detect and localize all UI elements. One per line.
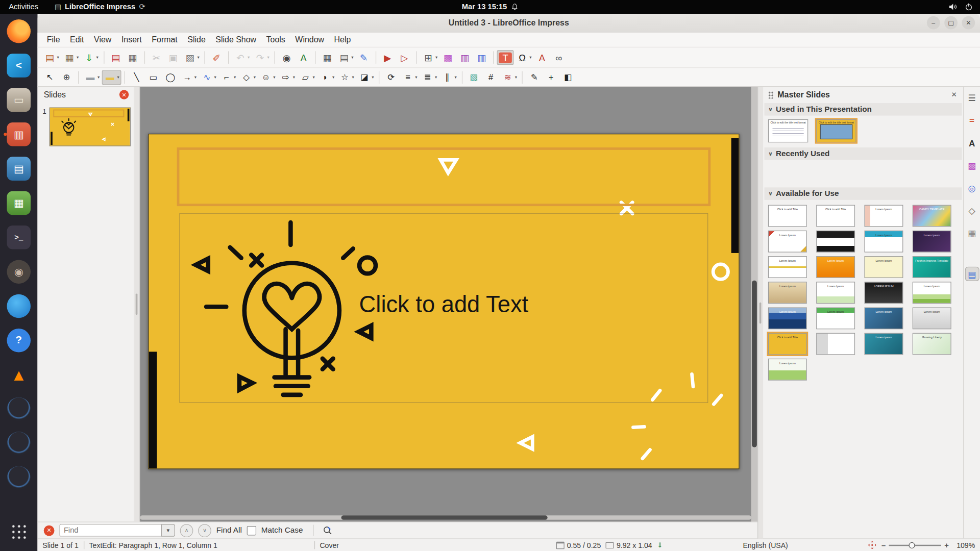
growing-liberty-master-thumbnail[interactable]: Growing Liberty: [913, 333, 951, 355]
find-and-replace-icon[interactable]: [322, 525, 332, 536]
print-button[interactable]: ▦ ▾: [124, 50, 141, 65]
menu-item[interactable]: Format: [148, 34, 182, 45]
maximize-button[interactable]: ▢: [944, 16, 958, 30]
crop-image-button[interactable]: # ▾: [482, 70, 499, 85]
green-landscape-master-thumbnail[interactable]: Lorem ipsum: [768, 359, 807, 381]
vscode-dock-item[interactable]: <: [5, 51, 33, 80]
shadow-button[interactable]: ▧ ▾: [465, 70, 482, 85]
horizontal-scrollbar-thumb[interactable]: [341, 515, 548, 520]
menu-item[interactable]: Slide: [183, 34, 210, 45]
blue-header-master-thumbnail[interactable]: Lorem Ipsum: [864, 231, 903, 253]
spelling-button[interactable]: A ▾: [295, 50, 312, 65]
light-gray-master-thumbnail[interactable]: Lorem ipsum: [913, 307, 951, 329]
distribution-button[interactable]: ∥ ▾: [439, 70, 459, 85]
slide-canvas-workspace[interactable]: Click to add Text: [140, 87, 751, 521]
zoom-slider[interactable]: [889, 544, 941, 545]
white-title-1-master-thumbnail[interactable]: Click to add Title: [768, 205, 807, 227]
midnight-master-thumbnail[interactable]: LOREM IPSUM: [864, 282, 903, 304]
arrange-button[interactable]: ≣ ▾: [419, 70, 439, 85]
find-history-dropdown-icon[interactable]: ▼: [161, 524, 175, 536]
menu-item[interactable]: Insert: [117, 34, 146, 45]
match-case-checkbox[interactable]: [247, 525, 256, 535]
dropdown-arrow-icon[interactable]: ▾: [117, 74, 119, 80]
toolbar-button[interactable]: ▾: [125, 71, 125, 83]
edit-points-button[interactable]: ✎ ▾: [526, 70, 543, 85]
menu-item[interactable]: Tools: [262, 34, 289, 45]
dropdown-arrow-icon[interactable]: ▾: [352, 74, 354, 80]
copy-button[interactable]: ▣ ▾: [165, 50, 182, 65]
clock-menu[interactable]: Mar 13 15:15: [462, 3, 518, 11]
power-icon[interactable]: [965, 3, 973, 11]
horizontal-scrollbar[interactable]: [140, 515, 751, 520]
connectors-button[interactable]: ⌐ ▾: [218, 70, 238, 85]
close-button[interactable]: ✕: [962, 16, 975, 30]
image-filter-button[interactable]: ≋ ▾: [499, 70, 519, 85]
menu-item[interactable]: Slide Show: [211, 34, 261, 45]
firefox-dock-item[interactable]: [5, 17, 33, 45]
find-input[interactable]: [59, 524, 161, 536]
dropdown-arrow-icon[interactable]: ▾: [248, 55, 250, 60]
teal-photo-master-thumbnail[interactable]: Lorem ipsum: [864, 333, 903, 355]
dropdown-arrow-icon[interactable]: ▾: [97, 74, 100, 80]
dropdown-arrow-icon[interactable]: ▾: [293, 74, 295, 80]
minimize-button[interactable]: –: [927, 16, 940, 30]
zoom-percentage[interactable]: 109%: [954, 541, 975, 549]
libreoffice-calc-dock-item[interactable]: ▦: [5, 189, 33, 217]
dropdown-arrow-icon[interactable]: ▾: [214, 74, 216, 80]
insert-text-box-button[interactable]: T ▾: [497, 50, 514, 65]
dropdown-arrow-icon[interactable]: ▾: [267, 55, 270, 60]
select-button[interactable]: ↖ ▾: [41, 70, 58, 85]
dropdown-arrow-icon[interactable]: ▾: [515, 74, 517, 80]
toolbar-button[interactable]: ▾: [522, 71, 523, 83]
dropdown-arrow-icon[interactable]: ▾: [96, 55, 99, 60]
titlebar[interactable]: Untitled 3 - LibreOffice Impress – ▢ ✕: [37, 14, 980, 33]
pale-yellow-master-thumbnail[interactable]: Lorem ipsum: [864, 256, 903, 278]
navigator-tab[interactable]: ◎: [965, 181, 979, 195]
dropdown-arrow-icon[interactable]: ▾: [273, 74, 275, 80]
orange-solid-master-thumbnail[interactable]: Lorem Ipsum: [816, 256, 855, 278]
dropdown-arrow-icon[interactable]: ▾: [194, 74, 197, 80]
dropdown-arrow-icon[interactable]: ▾: [312, 74, 314, 80]
vlc-dock-item[interactable]: ▲: [5, 361, 33, 389]
basic-shapes-button[interactable]: ◇ ▾: [238, 70, 258, 85]
green-accent-master-thumbnail[interactable]: Lorem Ipsum: [816, 282, 855, 304]
green-top-master-thumbnail[interactable]: Lorem Ipsum: [816, 307, 855, 329]
toolbar-button[interactable]: ▾: [144, 51, 144, 63]
used-yellow-idea-master[interactable]: Click to edit the title text format: [816, 119, 856, 142]
insert-image-button[interactable]: ▩ ▾: [439, 50, 456, 65]
master-slide-name-status[interactable]: Cover: [320, 541, 476, 549]
blue-bands-master-thumbnail[interactable]: Lorem ipsum: [768, 307, 807, 329]
slide-editing-area[interactable]: Click to add Text: [148, 134, 739, 469]
panel-drag-handle-icon[interactable]: [768, 91, 774, 98]
flowchart-button[interactable]: ▱ ▾: [297, 70, 317, 85]
gold-rule-master-thumbnail[interactable]: Lorem Ipsum: [768, 256, 807, 278]
insert-audio-video-button[interactable]: ▥ ▾: [456, 50, 473, 65]
dropdown-arrow-icon[interactable]: ▾: [415, 74, 417, 80]
insert-hyperlink-button[interactable]: ∞ ▾: [550, 50, 567, 65]
undo-button[interactable]: ↶ ▾: [232, 50, 252, 65]
settings-tool-3-dock-item[interactable]: [5, 464, 33, 492]
find-all-button[interactable]: Find All: [216, 526, 242, 535]
dark-purple-master-thumbnail[interactable]: Lorem ipsum: [913, 231, 951, 253]
new-document-button[interactable]: ▤ ▾: [41, 50, 61, 65]
insert-special-character-button[interactable]: Ω ▾: [514, 50, 534, 65]
green-hills-master-thumbnail[interactable]: Lorem Ipsum: [913, 282, 951, 304]
start-from-current-slide-button[interactable]: ▷ ▾: [396, 50, 413, 65]
libreoffice-writer-dock-item[interactable]: ▤: [5, 154, 33, 183]
styles-tab[interactable]: A: [965, 136, 979, 150]
ellipse-button[interactable]: ◯ ▾: [162, 70, 179, 85]
text-editor-dock-item[interactable]: ▭: [5, 86, 33, 114]
toolbar-button[interactable]: ▾: [462, 71, 462, 83]
toolbar-button[interactable]: ▾: [204, 51, 205, 63]
align-objects-button[interactable]: ≡ ▾: [400, 70, 420, 85]
vertical-scrollbar[interactable]: [751, 87, 757, 521]
line-color-button[interactable]: ▬ ▾: [82, 70, 102, 85]
zoom-slider-thumb[interactable]: [909, 542, 915, 548]
sidebar-splitter[interactable]: [757, 87, 763, 538]
dropdown-arrow-icon[interactable]: ▾: [234, 74, 236, 80]
title-placeholder[interactable]: [177, 147, 711, 206]
symbol-shapes-button[interactable]: ☺ ▾: [258, 70, 278, 85]
rectangle-button[interactable]: ▭ ▾: [145, 70, 162, 85]
master-panel-close-icon[interactable]: ✕: [951, 91, 957, 99]
insert-line-button[interactable]: ╲ ▾: [128, 70, 145, 85]
